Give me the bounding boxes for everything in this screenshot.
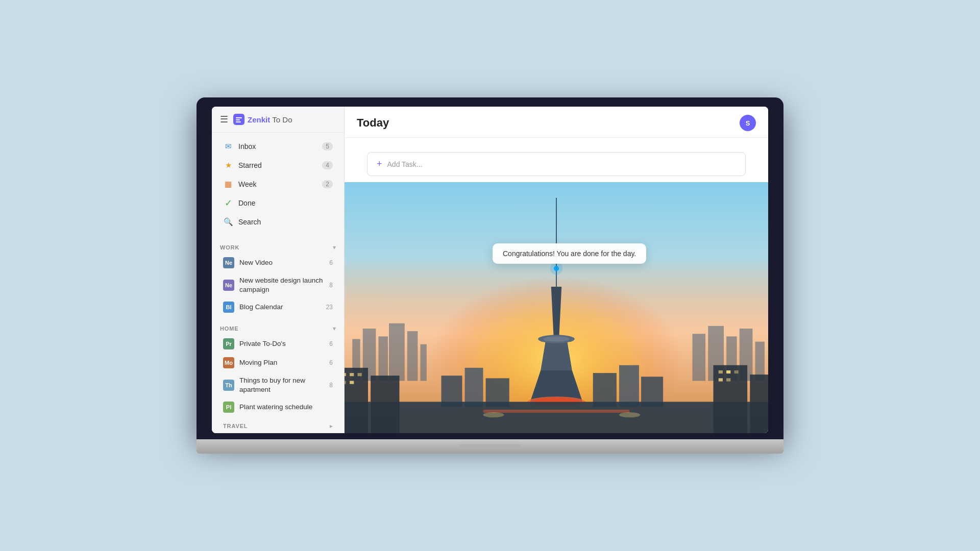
sidebar-item-inbox[interactable]: ✉ Inbox 5 (215, 137, 341, 156)
svg-point-19 (550, 262, 563, 275)
list-item-new-website[interactable]: Ne New website design launch campaign 8 (215, 272, 341, 297)
moving-plan-label: Moving Plan (239, 358, 324, 367)
sidebar-item-done[interactable]: ✓ Done (215, 194, 341, 212)
svg-rect-28 (465, 368, 483, 407)
list-item-private-todos[interactable]: Pr Private To-Do's 6 (215, 335, 341, 353)
svg-rect-8 (379, 336, 388, 381)
svg-marker-21 (541, 339, 572, 371)
week-label: Week (238, 180, 317, 188)
content-area: Congratulations! You are done for the da… (345, 182, 768, 433)
inbox-label: Inbox (238, 142, 317, 151)
background-artwork (345, 182, 768, 433)
congrats-tooltip: Congratulations! You are done for the da… (493, 243, 646, 264)
svg-rect-37 (345, 373, 346, 376)
new-video-label: New Video (239, 258, 324, 267)
screen-bezel: ☰ Zenkit To Do (197, 97, 783, 439)
moving-plan-avatar: Mo (223, 357, 234, 368)
week-icon: ▦ (223, 179, 233, 189)
new-website-label: New website design launch campaign (239, 276, 324, 294)
svg-rect-47 (719, 378, 723, 381)
menu-icon[interactable]: ☰ (220, 114, 228, 125)
list-item-plant-watering[interactable]: Pl Plant watering schedule (215, 398, 341, 416)
svg-point-23 (543, 336, 569, 341)
svg-point-50 (619, 412, 640, 417)
laptop-notch (459, 444, 521, 448)
travel-chevron-icon[interactable]: ▸ (330, 422, 333, 430)
svg-rect-36 (371, 375, 399, 433)
home-section-title: HOME (220, 325, 239, 332)
list-item-things-to-buy[interactable]: Th Things to buy for new apartment 8 (215, 372, 341, 397)
add-task-label: Add Task... (387, 160, 423, 168)
inbox-icon: ✉ (223, 141, 233, 152)
svg-rect-44 (719, 370, 723, 373)
app-window: ☰ Zenkit To Do (212, 107, 768, 433)
new-video-avatar: Ne (223, 257, 234, 268)
list-item-moving-plan[interactable]: Mo Moving Plan 6 (215, 354, 341, 372)
svg-rect-2 (236, 119, 240, 120)
svg-rect-12 (693, 334, 706, 381)
work-section-header: WORK ▾ (212, 239, 344, 253)
travel-section-header[interactable]: TRAVEL ▸ (215, 417, 341, 433)
svg-rect-34 (483, 410, 630, 413)
home-chevron-icon[interactable]: ▾ (333, 325, 336, 332)
week-badge: 2 (322, 180, 333, 188)
svg-rect-10 (407, 331, 418, 381)
sidebar: ☰ Zenkit To Do (212, 107, 345, 433)
svg-rect-38 (350, 373, 354, 376)
new-website-avatar: Ne (223, 280, 234, 291)
search-label: Search (238, 218, 333, 226)
main-header: Today S (345, 107, 768, 138)
svg-rect-35 (345, 368, 368, 433)
things-to-buy-avatar: Th (223, 380, 234, 391)
private-todos-count: 6 (329, 340, 333, 347)
laptop-base (197, 439, 783, 454)
svg-rect-46 (734, 370, 739, 373)
sidebar-header: ☰ Zenkit To Do (212, 107, 344, 133)
brand: Zenkit To Do (233, 114, 292, 125)
work-chevron-icon[interactable]: ▾ (333, 244, 336, 251)
sidebar-item-starred[interactable]: ★ Starred 4 (215, 156, 341, 174)
home-lists: Pr Private To-Do's 6 Mo Moving Plan 6 Th… (212, 334, 344, 417)
main-content: Today S + Add Task... (345, 107, 768, 433)
checkmark-icon: ✓ (223, 198, 233, 208)
svg-rect-11 (421, 344, 427, 381)
plant-watering-label: Plant watering schedule (239, 403, 328, 412)
blog-calendar-label: Blog Calendar (239, 303, 321, 312)
sidebar-item-search[interactable]: 🔍 Search (215, 213, 341, 231)
user-avatar[interactable]: S (740, 115, 756, 131)
travel-section-title: TRAVEL (223, 423, 248, 429)
new-website-count: 8 (329, 282, 333, 289)
svg-rect-48 (726, 378, 730, 381)
svg-point-49 (483, 412, 504, 417)
starred-badge: 4 (322, 161, 333, 169)
svg-rect-42 (714, 365, 748, 433)
work-lists: Ne New Video 6 Ne New website design lau… (212, 253, 344, 317)
svg-rect-40 (345, 381, 346, 384)
private-todos-avatar: Pr (223, 338, 234, 349)
blog-calendar-avatar: Bl (223, 302, 234, 313)
star-icon: ★ (223, 160, 233, 170)
svg-rect-1 (236, 117, 242, 118)
work-section-title: WORK (220, 244, 239, 251)
laptop-frame: ☰ Zenkit To Do (197, 97, 783, 454)
add-task-plus-icon: + (377, 159, 382, 169)
inbox-badge: 5 (322, 142, 333, 151)
home-section-header: HOME ▾ (212, 320, 344, 334)
blog-calendar-count: 23 (326, 304, 333, 311)
list-item-blog-calendar[interactable]: Bl Blog Calendar 23 (215, 298, 341, 316)
page-title: Today (357, 116, 389, 130)
new-video-count: 6 (329, 259, 333, 266)
add-task-bar[interactable]: + Add Task... (367, 152, 746, 176)
starred-label: Starred (238, 161, 317, 169)
svg-rect-9 (389, 323, 405, 381)
moving-plan-count: 6 (329, 359, 333, 366)
list-item-new-video[interactable]: Ne New Video 6 (215, 254, 341, 272)
svg-rect-43 (750, 374, 768, 433)
nav-items: ✉ Inbox 5 ★ Starred 4 ▦ Week 2 (212, 133, 344, 236)
brand-name: Zenkit To Do (248, 115, 292, 124)
svg-rect-41 (350, 381, 354, 384)
things-to-buy-label: Things to buy for new apartment (239, 376, 324, 394)
sidebar-item-week[interactable]: ▦ Week 2 (215, 175, 341, 193)
brand-logo-icon (233, 114, 244, 125)
done-label: Done (238, 199, 333, 207)
